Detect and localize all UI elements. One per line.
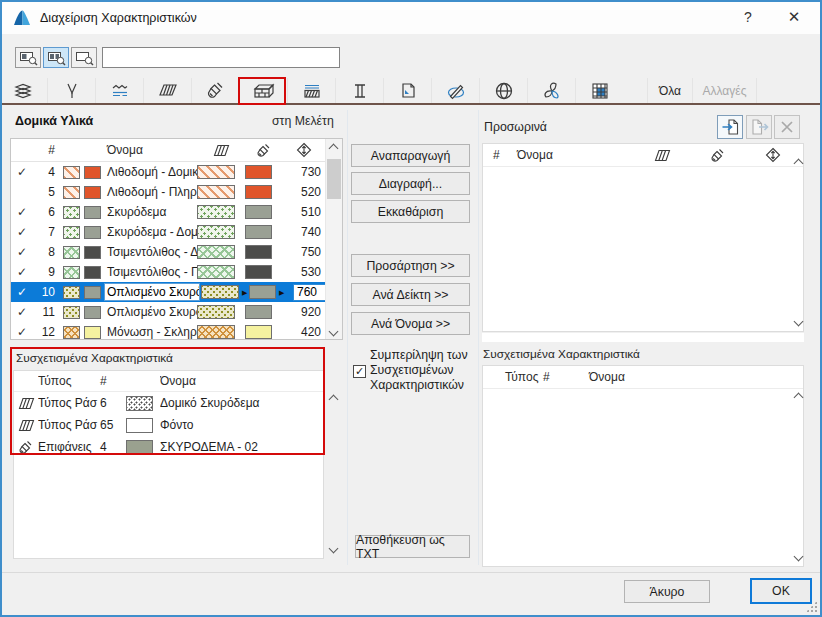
assoc-scroll-up-icon[interactable]: [329, 395, 339, 405]
cut-fill-swatch[interactable]: [197, 185, 235, 199]
tab-composites[interactable]: [287, 78, 335, 103]
tab-changes[interactable]: Αλλαγές: [693, 78, 757, 103]
material-name[interactable]: Τσιμεντόλιθος - Π...: [105, 265, 197, 279]
intersection-priority[interactable]: 740: [283, 225, 325, 239]
associated-attribute-row[interactable]: Τύπος Ράσ 65 Φόντο: [14, 414, 323, 436]
tab-profiles[interactable]: [335, 78, 383, 103]
assoc-scroll-down-icon[interactable]: [329, 544, 339, 554]
material-row[interactable]: 5 Λιθοδομή - Πληρ... ▶ ▶ 520: [11, 182, 325, 202]
row-checkmark[interactable]: ✓: [11, 205, 33, 219]
surface-swatch[interactable]: [245, 245, 272, 259]
material-name[interactable]: Σκυρόδεμα: [105, 205, 197, 219]
temporary-hscrollbar[interactable]: [482, 333, 804, 342]
cut-fill-swatch[interactable]: [201, 285, 239, 299]
tab-fills[interactable]: [143, 78, 191, 103]
row-checkmark[interactable]: ✓: [11, 265, 33, 279]
material-row[interactable]: ✓ 8 Τσιμεντόλιθος - Δ... ▶ ▶ 750: [11, 242, 325, 262]
tab-surfaces[interactable]: [191, 78, 239, 103]
tab-pens[interactable]: [47, 78, 95, 103]
material-row[interactable]: ✓ 11 Οπλισμένο Σκυρό... ▶ ▶ 920: [11, 302, 325, 322]
by-index-button[interactable]: Ανά Δείκτη >>: [351, 283, 470, 306]
material-name[interactable]: Οπλισμένο Σκυρόδε: [105, 284, 199, 300]
row-checkmark[interactable]: ✓: [11, 305, 33, 319]
surface-dropdown-arrow[interactable]: ▶: [279, 289, 284, 296]
tab-all[interactable]: Όλα: [647, 78, 693, 103]
close-button[interactable]: ✕: [774, 2, 814, 32]
tab-line-types[interactable]: [95, 78, 143, 103]
surface-swatch[interactable]: [245, 185, 272, 199]
scroll-thumb[interactable]: [327, 159, 341, 199]
tab-markup-styles[interactable]: [431, 78, 479, 103]
intersection-priority[interactable]: 510: [283, 205, 325, 219]
duplicate-button[interactable]: Αναπαραγωγή: [351, 144, 470, 167]
surface-swatch[interactable]: [245, 225, 272, 239]
tab-operation-profiles[interactable]: [527, 78, 575, 103]
surface-swatch[interactable]: [245, 165, 272, 179]
surface-swatch[interactable]: [249, 285, 276, 299]
tab-locations[interactable]: [479, 78, 527, 103]
scroll-down-icon[interactable]: [329, 327, 339, 337]
list-filter-left-icon: [19, 50, 38, 66]
intersection-priority[interactable]: 520: [283, 185, 325, 199]
materials-scrollbar[interactable]: [325, 139, 342, 339]
material-row[interactable]: ✓ 7 Σκυρόδεμα - Δομι ▶ ▶ 740: [11, 222, 325, 242]
cut-fill-swatch[interactable]: [197, 325, 235, 339]
delete-button[interactable]: Διαγραφή...: [351, 172, 470, 195]
include-associated-checkbox[interactable]: ✓: [353, 365, 366, 378]
material-row[interactable]: ✓ 9 Τσιμεντόλιθος - Π... ▶ ▶ 530: [11, 262, 325, 282]
copy-to-temporary-button[interactable]: [717, 115, 743, 139]
tab-building-materials[interactable]: [239, 78, 287, 103]
intersection-priority[interactable]: 530: [283, 265, 325, 279]
column-surface-icon: [690, 148, 745, 163]
intersection-priority[interactable]: 730: [283, 165, 325, 179]
filter-name-button[interactable]: [71, 47, 97, 68]
row-checkmark[interactable]: ✓: [11, 225, 33, 239]
save-as-txt-button[interactable]: Αποθήκευση ως ΤΧΤ: [355, 535, 470, 558]
by-name-button[interactable]: Ανά Όνομα >>: [351, 312, 470, 335]
surface-swatch[interactable]: [245, 205, 272, 219]
cut-fill-swatch[interactable]: [197, 245, 235, 259]
material-row[interactable]: ✓ 12 Μόνωση - Σκληρέ... ▶ ▶ 420: [11, 322, 325, 342]
ok-button[interactable]: OK: [750, 578, 812, 604]
tab-zones[interactable]: [383, 78, 431, 103]
intersection-priority[interactable]: 920: [283, 305, 325, 319]
material-name[interactable]: Οπλισμένο Σκυρό...: [105, 305, 197, 319]
cancel-button[interactable]: Άκυρο: [624, 580, 710, 603]
associated-attribute-row[interactable]: Τύπος Ράσ 6 Δομικό Σκυρόδεμα: [14, 392, 323, 414]
search-input[interactable]: [102, 47, 340, 68]
material-name[interactable]: Λιθοδομή - Δομική: [105, 165, 197, 179]
material-row[interactable]: ✓ 4 Λιθοδομή - Δομική ▶ ▶ 730: [11, 162, 325, 182]
tab-mep-systems[interactable]: [575, 78, 623, 103]
cut-fill-swatch[interactable]: [197, 305, 235, 319]
fill-dropdown-arrow[interactable]: ▶: [242, 289, 247, 296]
row-checkmark[interactable]: ✓: [11, 165, 33, 179]
material-name[interactable]: Λιθοδομή - Πληρ...: [105, 185, 197, 199]
row-checkmark[interactable]: ✓: [11, 325, 33, 339]
cut-fill-swatch[interactable]: [197, 205, 235, 219]
surface-swatch[interactable]: [245, 305, 272, 319]
surface-swatch[interactable]: [245, 325, 272, 339]
material-name[interactable]: Μόνωση - Σκληρέ...: [105, 325, 197, 339]
cut-fill-swatch[interactable]: [197, 165, 235, 179]
material-row[interactable]: ✓ 10 Οπλισμένο Σκυρόδε ▶ ▶ 760: [11, 282, 325, 302]
help-button[interactable]: ?: [728, 2, 768, 32]
material-name[interactable]: Τσιμεντόλιθος - Δ...: [105, 245, 197, 259]
associated-attribute-row[interactable]: Επιφάνεις 4 ΣΚΥΡΟΔΕΜΑ - 02: [14, 436, 323, 458]
purge-button[interactable]: Εκκαθάριση: [351, 200, 470, 223]
copy-from-temporary-button[interactable]: [746, 115, 772, 139]
cut-fill-swatch[interactable]: [197, 265, 235, 279]
scroll-up-icon[interactable]: [329, 144, 339, 154]
filter-index-name-button[interactable]: [43, 47, 69, 68]
append-button[interactable]: Προσάρτηση >>: [351, 254, 470, 277]
intersection-priority[interactable]: 420: [283, 325, 325, 339]
material-row[interactable]: ✓ 6 Σκυρόδεμα ▶ ▶ 510: [11, 202, 325, 222]
row-checkmark[interactable]: ✓: [11, 245, 33, 259]
intersection-priority[interactable]: 750: [283, 245, 325, 259]
tab-layers[interactable]: [0, 78, 47, 103]
delete-temporary-button[interactable]: [774, 115, 800, 139]
surface-swatch[interactable]: [245, 265, 272, 279]
filter-index-button[interactable]: [15, 47, 41, 68]
row-checkmark[interactable]: ✓: [11, 285, 33, 299]
material-name[interactable]: Σκυρόδεμα - Δομι: [105, 225, 197, 239]
cut-fill-swatch[interactable]: [197, 225, 235, 239]
